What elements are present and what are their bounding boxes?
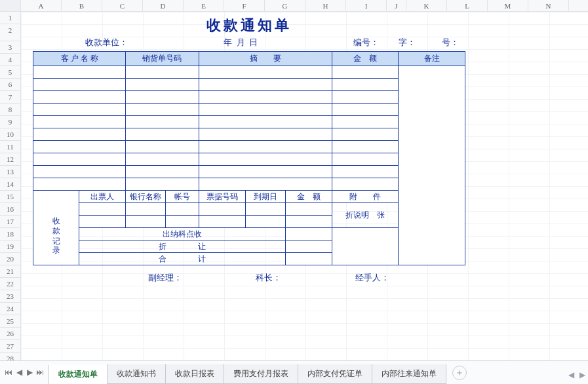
workbook-window: ABCDEFGHIJKLMN 1234567891011121314151617… (0, 0, 588, 384)
column-header[interactable]: F (224, 0, 265, 11)
sheet-tab-bar: ⏮ ◀ ▶ ⏭ 收款通知单收款通知书收款日报表费用支付月报表内部支付凭证单内部往… (0, 360, 588, 384)
row-header[interactable]: 11 (0, 141, 20, 153)
column-header[interactable]: B (62, 0, 102, 11)
column-header[interactable]: K (406, 0, 447, 11)
row-header[interactable]: 18 (0, 228, 20, 240)
row-header[interactable]: 20 (0, 253, 20, 265)
nav-prev-icon[interactable]: ◀ (14, 368, 24, 377)
cells-viewport[interactable]: 收款通知单 收款单位： 年 月 日 编号： 字： 号： (21, 12, 588, 360)
add-sheet-button[interactable]: ＋ (452, 366, 467, 380)
form-meta-row: 收款单位： 年 月 日 编号： 字： 号： (33, 37, 465, 48)
sheet-tab[interactable]: 收款日报表 (165, 364, 224, 384)
col-summary: 摘 要 (199, 52, 332, 66)
select-all-corner[interactable] (0, 0, 21, 11)
row-header[interactable]: 24 (0, 303, 20, 315)
table-header-row: 客 户 名 称 销货单号码 摘 要 金 额 备注 (33, 52, 465, 66)
column-header[interactable]: J (387, 0, 406, 11)
data-row (33, 66, 465, 79)
code-label: 编号： (353, 37, 379, 48)
col-amount: 金 额 (332, 52, 399, 66)
tab-nav-controls: ⏮ ◀ ▶ ⏭ (0, 368, 49, 377)
row-header[interactable]: 2 (0, 24, 20, 41)
row-header[interactable]: 14 (0, 178, 20, 191)
rec-fold-desc: 折说明 张 (332, 203, 399, 228)
row-header[interactable]: 3 (0, 41, 20, 54)
scroll-right-icon[interactable]: ▶ (579, 370, 585, 380)
column-header[interactable]: I (346, 0, 387, 11)
row-header[interactable]: 21 (0, 265, 20, 278)
tab-scroll-controls: ◀ ▶ (568, 370, 585, 380)
col-note: 备注 (399, 52, 465, 66)
nav-first-icon[interactable]: ⏮ (4, 368, 13, 377)
rec-discount: 折 让 (79, 240, 286, 253)
column-header[interactable]: A (21, 0, 62, 11)
column-header[interactable]: H (305, 0, 346, 11)
row-header[interactable]: 10 (0, 128, 20, 141)
row-header[interactable]: 26 (0, 328, 20, 340)
row-header[interactable]: 22 (0, 278, 20, 290)
row-header[interactable]: 6 (0, 79, 20, 91)
main-table: 客 户 名 称 销货单号码 摘 要 金 额 备注 (33, 51, 465, 265)
sheet-tab[interactable]: 收款通知书 (107, 364, 166, 384)
column-header[interactable]: D (143, 0, 184, 11)
rec-cashier: 出纳科点收 (79, 228, 286, 240)
sheet-tab[interactable]: 内部往来通知单 (372, 364, 446, 384)
row-header[interactable]: 15 (0, 191, 20, 203)
rec-billno: 票据号码 (199, 191, 245, 203)
rec-account: 帐号 (166, 191, 199, 203)
row-header[interactable]: 13 (0, 166, 20, 178)
sig-asst: 副经理： (148, 272, 182, 284)
row-header[interactable]: 19 (0, 240, 20, 253)
column-header[interactable]: G (265, 0, 305, 11)
rec-amount: 金 额 (285, 191, 332, 203)
row-header[interactable]: 25 (0, 315, 20, 328)
row-header[interactable]: 27 (0, 340, 20, 353)
row-header[interactable]: 1 (0, 12, 20, 24)
record-section-label: 收 款 记 录 (33, 191, 79, 265)
rec-attach: 附 件 (332, 191, 399, 203)
row-header-col: 1234567891011121314151617181920212223242… (0, 12, 21, 360)
hao-label: 号： (442, 37, 459, 48)
row-header[interactable]: 4 (0, 54, 20, 66)
rec-drawer: 出票人 (79, 191, 126, 203)
grid-area: 1234567891011121314151617181920212223242… (0, 12, 588, 360)
scroll-left-icon[interactable]: ◀ (568, 370, 574, 380)
column-header[interactable]: L (447, 0, 488, 11)
sheet-tab[interactable]: 内部支付凭证单 (298, 364, 372, 384)
row-header[interactable]: 5 (0, 66, 20, 79)
nav-last-icon[interactable]: ⏭ (35, 368, 45, 377)
column-header[interactable]: C (102, 0, 143, 11)
row-header[interactable]: 7 (0, 91, 20, 104)
table-body: 收 款 记 录 出票人 银行名称 帐号 票据号码 到期日 金 额 附 件 折说明… (33, 66, 465, 265)
row-header[interactable]: 9 (0, 116, 20, 128)
row-header[interactable]: 17 (0, 216, 20, 228)
nav-next-icon[interactable]: ▶ (25, 368, 34, 377)
document-form: 收款通知单 收款单位： 年 月 日 编号： 字： 号： (33, 13, 465, 284)
notes-cell[interactable] (399, 66, 465, 265)
row-header[interactable]: 8 (0, 104, 20, 116)
column-header-row: ABCDEFGHIJKLMN (0, 0, 588, 12)
date-label: 年 月 日 (224, 37, 258, 48)
column-header[interactable]: M (488, 0, 528, 11)
row-header[interactable]: 12 (0, 153, 20, 166)
col-invoice: 销货单号码 (126, 52, 199, 66)
signatures-row: 副经理： 科长： 经手人： (111, 272, 426, 284)
row-header[interactable]: 16 (0, 203, 20, 216)
sheet-tabs: 收款通知单收款通知书收款日报表费用支付月报表内部支付凭证单内部往来通知单 (49, 361, 446, 384)
sig-chief: 科长： (256, 272, 281, 284)
rec-due: 到期日 (245, 191, 285, 203)
rec-total: 合 计 (79, 253, 286, 265)
unit-label: 收款单位： (85, 37, 128, 48)
sig-handler: 经手人： (355, 272, 389, 284)
form-title: 收款通知单 (33, 16, 465, 35)
sheet-tab[interactable]: 费用支付月报表 (224, 364, 298, 384)
zi-label: 字： (399, 37, 416, 48)
sheet-tab[interactable]: 收款通知单 (49, 365, 108, 384)
rec-bank: 银行名称 (126, 191, 166, 203)
row-header[interactable]: 23 (0, 290, 20, 303)
col-customer: 客 户 名 称 (33, 52, 126, 66)
column-header[interactable]: N (528, 0, 569, 11)
column-header[interactable]: E (184, 0, 224, 11)
